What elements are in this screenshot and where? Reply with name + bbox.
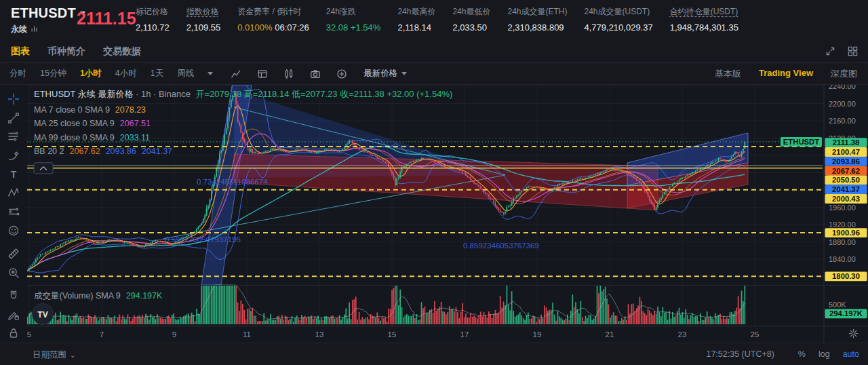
price-line-handle[interactable] [34,163,53,174]
fib-annotation: 0.8592346053767369 [463,242,539,250]
view-mode-基本版[interactable]: 基本版 [715,68,741,80]
interval-chevron-down-icon[interactable] [208,72,213,75]
ruler-icon[interactable] [0,244,27,263]
time-tick: 25 [751,330,760,339]
price-tick: 1960.00 [829,204,856,212]
contract-bars-icon [31,25,38,35]
stat-24h最低价: 24h最低价2,033.50 [452,6,490,33]
tab-币种简介[interactable]: 币种简介 [47,45,85,58]
view-mode-Trading View[interactable]: Trading View [759,68,813,80]
trendline-icon[interactable] [0,109,27,128]
brush-icon[interactable] [0,146,27,165]
time-tick: 15 [388,330,397,339]
text-icon[interactable]: T [0,165,27,184]
date-range-dropdown[interactable]: 日期范围 ⌄ [33,349,75,361]
price-badge: 2050.50 [832,176,860,184]
time-tick: 19 [533,330,542,339]
interval-1天[interactable]: 1天 [151,68,163,79]
lock-all-icon[interactable] [0,324,27,343]
log-scale-toggle[interactable]: log [818,349,830,359]
chart-area: 0.7342455119866740.85923460537673690.597… [0,85,868,343]
interval-周线[interactable]: 周线 [177,68,194,79]
stat-标记价格: 标记价格2,110.72 [136,6,170,33]
price-chart[interactable]: 0.7342455119866740.85923460537673690.597… [0,85,868,343]
line-chart-icon[interactable] [231,69,241,79]
price-tick: 1920.00 [829,220,856,229]
price-mode-dropdown[interactable]: 最新价格 [363,68,407,79]
bottom-bar: 日期范围 ⌄ 17:52:35 (UTC+8) % log auto [0,343,868,365]
price-badge: ETHUSDT [783,138,819,146]
projection-icon[interactable] [0,202,27,221]
drawing-toolbar: T [0,85,27,343]
instrument-header: ETHUSDT 永续 2111.15 标记价格2,110.72指数价格2,109… [0,0,868,41]
candles-icon[interactable] [283,69,294,79]
symbol-selector[interactable]: ETHUSDT 永续 [11,5,85,35]
price-badge: 294.197K [829,309,863,318]
tab-图表[interactable]: 图表 [11,45,30,58]
stat-合约持仓量(USDT): 合约持仓量(USDT)1,948,784,301.35 [670,6,738,33]
time-tick: 9 [172,330,176,339]
market-stats: 标记价格2,110.72指数价格2,109.55资金费率 / 倒计时0.0100… [136,6,865,33]
tab-交易数据[interactable]: 交易数据 [103,45,141,58]
fib-annotation: 0.5972260507937195 [165,235,241,244]
stat-24h成交量(ETH): 24h成交量(ETH)2,310,838.809 [507,6,567,33]
price-mode-label: 最新价格 [363,68,397,79]
time-tick: 7 [100,330,104,339]
interval-4小时[interactable]: 4小时 [115,68,137,79]
camera-icon[interactable] [310,69,321,79]
grid-layout-icon[interactable] [847,45,859,60]
price-tick: 2160.00 [829,117,856,125]
trading-app: ETHUSDT 永续 2111.15 标记价格2,110.72指数价格2,109… [0,0,868,365]
page-tabs: 图表币种简介交易数据 [0,41,868,63]
panel-icon[interactable] [257,69,268,79]
price-tick: 1880.00 [829,238,856,246]
stat-指数价格: 指数价格2,109.55 [186,6,221,33]
crosshair-icon[interactable] [0,90,27,109]
xabcd-pattern-icon[interactable] [0,184,27,203]
last-price: 2111.15 [77,9,136,28]
price-badge: 1800.30 [832,272,860,280]
fib-annotation: 0.734245511986674 [197,178,268,186]
price-tick: 1840.00 [829,255,856,263]
fib-lines-icon[interactable] [0,127,27,146]
svg-text:TV: TV [37,310,47,320]
date-range-label: 日期范围 [33,349,66,361]
market-type-label: 永续 [11,24,27,35]
auto-scale-toggle[interactable]: auto [843,349,859,359]
time-tick: 5 [27,330,31,339]
zoom-in-icon[interactable] [0,263,27,282]
price-badge: 2111.38 [833,138,860,147]
magnet-icon[interactable] [0,286,27,305]
time-tick: 11 [243,330,251,339]
price-badge: 2093.86 [832,157,860,166]
clock-utc-label[interactable]: 17:52:35 (UTC+8) [706,349,774,359]
percent-scale-toggle[interactable]: % [798,349,806,359]
plus-circle-icon[interactable] [336,69,347,79]
stat-资金费率 / 倒计时: 资金费率 / 倒计时0.0100% 06:07:26 [237,6,309,33]
tradingview-logo[interactable]: TV [33,304,54,325]
interval-15分钟[interactable]: 15分钟 [40,68,66,79]
price-tick: 2240.00 [829,85,856,90]
time-tick: 23 [678,330,687,339]
price-badge: 1900.96 [832,229,860,237]
interval-分时[interactable]: 分时 [9,68,26,79]
chart-toolbar: 分时15分钟1小时4小时1天周线 最新价格 基本版Trading View深度图 [0,63,868,85]
view-mode-深度图[interactable]: 深度图 [831,68,857,80]
time-tick: 17 [460,330,469,339]
expand-icon[interactable] [825,45,836,60]
chevron-down-icon: ⌄ [70,351,75,359]
view-mode-group: 基本版Trading View深度图 [715,68,857,80]
draw-lock-icon[interactable] [0,305,27,324]
interval-1小时[interactable]: 1小时 [80,68,102,79]
chart-tool-icons [231,69,347,79]
gear-icon[interactable] [848,328,859,339]
price-badge: 2041.37 [832,185,860,193]
price-badge: 2000.43 [832,195,860,203]
stat-24h涨跌: 24h涨跌32.08 +1.54% [326,6,381,33]
emoji-icon[interactable] [0,221,27,240]
time-tick: 13 [315,330,324,339]
symbol-name: ETHUSDT [11,5,76,21]
price-badge: 2100.47 [832,148,860,156]
chevron-down-icon [401,72,407,75]
svg-text:T: T [11,168,17,179]
